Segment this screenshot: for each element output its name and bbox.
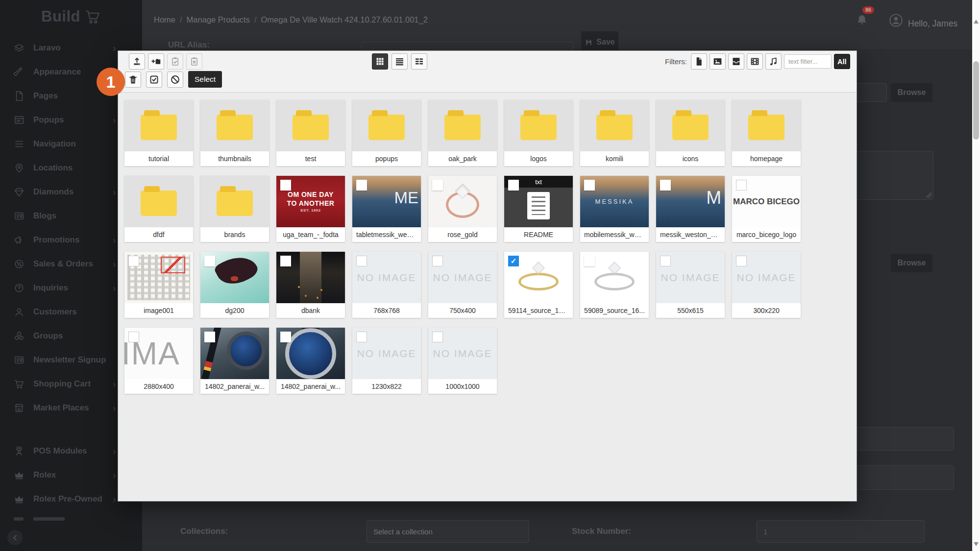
grid-item-folder[interactable]: tutorial xyxy=(124,100,193,166)
grid-item-folder[interactable]: dfdf xyxy=(124,176,193,242)
upload-icon xyxy=(132,56,142,67)
grid-item-file[interactable]: 59114_source_169... xyxy=(504,252,573,318)
select-all-button[interactable] xyxy=(146,72,162,88)
item-checkbox[interactable] xyxy=(128,256,139,266)
item-checkbox[interactable] xyxy=(204,256,215,266)
stock-number-input[interactable] xyxy=(757,520,925,543)
grid-item-folder[interactable]: logos xyxy=(504,100,573,166)
audio-filter-icon xyxy=(768,56,779,67)
grid-item-file[interactable]: NO IMAGE768x768 xyxy=(352,252,421,318)
item-checkbox[interactable] xyxy=(280,256,291,266)
paste-cancel-button[interactable] xyxy=(186,53,202,70)
grid-item-file[interactable]: dbank xyxy=(276,252,345,318)
scroll-up-arrow-icon[interactable] xyxy=(974,20,979,24)
item-name: komili xyxy=(580,151,649,166)
item-checkbox[interactable] xyxy=(432,332,443,342)
grid-item-file[interactable]: 14802_panerai_w... xyxy=(200,328,269,394)
text-filter-input[interactable] xyxy=(784,54,832,69)
grid-item-file[interactable]: MEtabletmessik_west... xyxy=(352,176,421,242)
grid-item-file[interactable]: txtREADME xyxy=(504,176,573,242)
item-checkbox[interactable] xyxy=(356,256,367,266)
trash-button[interactable] xyxy=(125,72,141,88)
item-checkbox[interactable] xyxy=(660,256,671,266)
collections-input[interactable] xyxy=(367,520,529,543)
user-greeting[interactable]: Hello, James xyxy=(908,19,957,29)
deselect-button[interactable] xyxy=(167,72,183,88)
notification-count-badge: 86 xyxy=(862,6,874,14)
collapse-sidebar-button[interactable] xyxy=(7,530,23,545)
breadcrumb-home[interactable]: Home xyxy=(154,15,175,24)
compact-view-button[interactable] xyxy=(411,53,427,70)
select-button[interactable]: Select xyxy=(188,71,222,88)
scroll-down-arrow-icon[interactable] xyxy=(974,542,979,546)
breadcrumb-manage-products[interactable]: Manage Products xyxy=(187,15,250,24)
archive-filter-button[interactable] xyxy=(728,53,744,70)
item-name: 768x768 xyxy=(352,303,421,318)
view-modes xyxy=(372,53,427,70)
item-checkbox[interactable] xyxy=(280,332,291,342)
pos-icon xyxy=(14,446,24,456)
browse-button[interactable]: Browse xyxy=(891,83,932,102)
item-checkbox[interactable] xyxy=(584,256,595,266)
list-view-button[interactable] xyxy=(392,53,408,70)
browse-button[interactable]: Browse xyxy=(891,254,932,272)
grid-view-button[interactable] xyxy=(372,53,388,70)
sidebar-item-label: Appearance xyxy=(33,67,81,77)
scrollbar-thumb[interactable] xyxy=(973,61,979,140)
item-checkbox[interactable] xyxy=(508,256,519,266)
grid-item-file[interactable]: 59089_source_16... xyxy=(580,252,649,318)
grid-item-folder[interactable]: oak_park xyxy=(428,100,497,166)
page-scrollbar[interactable] xyxy=(972,0,980,551)
upload-button[interactable] xyxy=(129,53,145,70)
sidebar-item-label: Customers xyxy=(33,307,77,317)
add-folder-button[interactable] xyxy=(148,53,164,70)
chevron-right-icon: › xyxy=(113,43,116,53)
grid-item-file[interactable]: MESSIKAmobilemessik_wes... xyxy=(580,176,649,242)
grid-item-file[interactable]: NO IMAGE550x615 xyxy=(656,252,725,318)
grid-item-folder[interactable]: test xyxy=(276,100,345,166)
grid-item-file[interactable]: IMA2880x400 xyxy=(124,328,193,394)
item-checkbox[interactable] xyxy=(508,180,519,191)
grid-item-file[interactable]: MARCO BICEGOmarco_bicego_logo xyxy=(732,176,801,242)
grid-item-folder[interactable]: icons xyxy=(656,100,725,166)
item-checkbox[interactable] xyxy=(356,332,367,342)
user-avatar[interactable] xyxy=(888,13,904,28)
item-checkbox[interactable] xyxy=(280,180,291,191)
item-checkbox[interactable] xyxy=(736,256,747,266)
paste-confirm-button[interactable] xyxy=(167,53,183,70)
item-checkbox[interactable] xyxy=(432,180,443,191)
grid-item-folder[interactable]: homepage xyxy=(732,100,801,166)
image-filter-icon xyxy=(712,56,723,67)
grid-item-file[interactable]: image001 xyxy=(124,252,193,318)
grid-item-file[interactable]: dg200 xyxy=(200,252,269,318)
image-filter-button[interactable] xyxy=(710,53,726,70)
video-filter-button[interactable] xyxy=(747,53,763,70)
all-filter-button[interactable]: All xyxy=(834,54,850,69)
item-checkbox[interactable] xyxy=(432,256,443,266)
grid-item-folder[interactable]: brands xyxy=(200,176,269,242)
save-button[interactable]: Save xyxy=(581,31,618,53)
item-checkbox[interactable] xyxy=(204,332,215,342)
item-checkbox[interactable] xyxy=(660,180,671,191)
grid-item-folder[interactable]: thumbnails xyxy=(200,100,269,166)
item-checkbox[interactable] xyxy=(736,180,747,191)
grid-item-file[interactable]: rose_gold xyxy=(428,176,497,242)
grid-item-file[interactable]: 14802_panerai_w... xyxy=(276,328,345,394)
deselect-icon xyxy=(170,74,180,85)
file-filter-button[interactable] xyxy=(691,53,707,70)
grid-item-file[interactable]: NO IMAGE300x220 xyxy=(732,252,801,318)
grid-item-folder[interactable]: komili xyxy=(580,100,649,166)
grid-item-file[interactable]: NO IMAGE1230x822 xyxy=(352,328,421,394)
grid-item-folder[interactable]: popups xyxy=(352,100,421,166)
audio-filter-button[interactable] xyxy=(765,53,782,70)
grid-item-file[interactable]: NO IMAGE750x400 xyxy=(428,252,497,318)
item-checkbox[interactable] xyxy=(584,180,595,191)
notifications-button[interactable] xyxy=(855,13,869,27)
paste-confirm-icon xyxy=(170,56,180,67)
item-name: dfdf xyxy=(124,227,193,242)
grid-item-file[interactable]: Mmessik_weston_br... xyxy=(656,176,725,242)
grid-item-file[interactable]: OM ONE DAYTO ANOTHEREST. 1902uga_team_-_… xyxy=(276,176,345,242)
item-checkbox[interactable] xyxy=(356,180,367,191)
item-checkbox[interactable] xyxy=(128,332,139,342)
grid-item-file[interactable]: NO IMAGE1000x1000 xyxy=(428,328,497,394)
